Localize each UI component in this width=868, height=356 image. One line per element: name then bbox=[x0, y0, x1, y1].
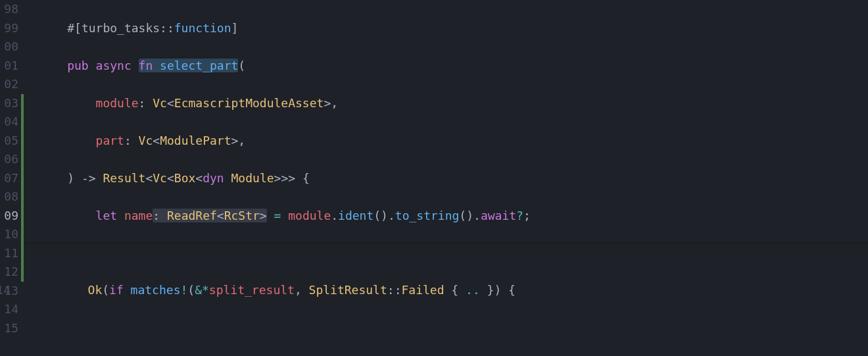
code-line[interactable]: pub async fn select_part( bbox=[32, 57, 868, 76]
line-number: 15 bbox=[0, 319, 18, 338]
code-line[interactable]: let name: ReadRef<RcStr> = module.ident(… bbox=[32, 207, 868, 226]
sticky-scroll-header[interactable]: 14 Ok(if matches!(&*split_result, SplitR… bbox=[24, 243, 868, 338]
line-number: 99 bbox=[0, 19, 18, 38]
line-number: 11 bbox=[0, 244, 18, 263]
line-number: 14 bbox=[0, 300, 18, 319]
line-number: 12 bbox=[0, 263, 18, 282]
code-line[interactable]: ) -> Result<Vc<Box<dyn Module>>> { bbox=[32, 169, 868, 188]
code-line[interactable]: module: Vc<EcmascriptModuleAsset>, bbox=[32, 94, 868, 113]
line-number-gutter: 98 99 00 01 02 03 04 05 06 07 08 09 10 1… bbox=[0, 0, 21, 356]
line-number: 02 bbox=[0, 75, 18, 94]
line-number: 01 bbox=[0, 57, 18, 76]
line-number: 05 bbox=[0, 132, 18, 151]
line-number: 07 bbox=[0, 169, 18, 188]
code-line[interactable]: #[turbo_tasks::function] bbox=[32, 19, 868, 38]
line-number: 06 bbox=[0, 150, 18, 169]
line-number: 03 bbox=[0, 94, 18, 113]
line-number: 08 bbox=[0, 188, 18, 207]
line-number: 00 bbox=[0, 38, 18, 57]
code-line[interactable]: part: Vc<ModulePart>, bbox=[32, 132, 868, 151]
line-number: 98 bbox=[0, 0, 18, 19]
line-number: 14 bbox=[0, 281, 13, 300]
code-area[interactable]: #[turbo_tasks::function] pub async fn se… bbox=[24, 0, 868, 356]
line-number: 10 bbox=[0, 225, 18, 244]
code-editor[interactable]: 98 99 00 01 02 03 04 05 06 07 08 09 10 1… bbox=[0, 0, 868, 356]
line-number: 04 bbox=[0, 113, 18, 132]
line-number: 09 bbox=[0, 207, 18, 226]
code-line[interactable]: Ok(if matches!(&*split_result, SplitResu… bbox=[16, 281, 516, 300]
